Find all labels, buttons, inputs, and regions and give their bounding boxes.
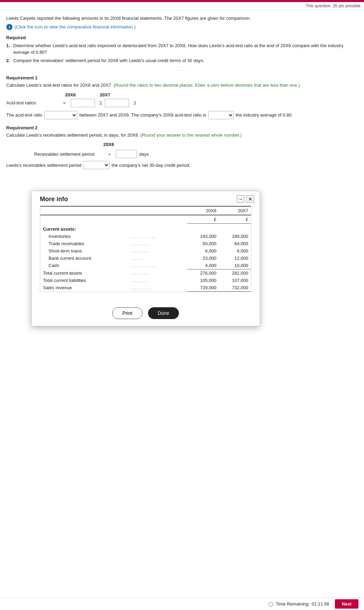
more-info-modal: More info − ✕ 20X8 20X7 £ (31, 191, 260, 326)
acid-test-direction-dropdown[interactable]: improved deteriorated (44, 111, 77, 119)
timer-area: ◯ Time Remaining: 01:11:56 (268, 601, 329, 607)
col-20x8-header: 20X8 (58, 92, 83, 97)
acid-test-x8-input[interactable] (71, 99, 95, 107)
bank-current-account-x8: 23,000 (187, 255, 219, 262)
question-header: This question: 20 pts possible (0, 2, 364, 10)
cash-dots: ......................... (128, 262, 187, 269)
table-x8-currency: £ (187, 215, 219, 224)
question-pts-label: This question: 20 pts possible (306, 3, 361, 8)
days-label: days (139, 152, 149, 157)
modal-controls: − ✕ (237, 195, 254, 203)
inventories-x7: 189,000 (219, 233, 251, 240)
settlement-period-input[interactable] (116, 150, 137, 158)
req2-row-label: Receivables settlement period (34, 152, 103, 157)
trade-receivables-dots: .................. (128, 240, 187, 247)
next-button[interactable]: Next (335, 599, 358, 609)
modal-body: 20X8 20X7 £ £ Current assets: (32, 206, 260, 302)
short-term-loans-x7: 6,000 (219, 247, 251, 255)
trade-receivables-label: Trade receivables (40, 240, 128, 247)
total-current-assets-x7: 281,000 (219, 269, 251, 277)
bank-current-account-x7: 12,000 (219, 255, 251, 262)
table-header-row: 20X8 20X7 (40, 206, 251, 215)
intro-text: Leeds Carpets reported the following amo… (6, 15, 358, 22)
info-link[interactable]: i (Click the icon to view the comparativ… (6, 24, 358, 30)
ratio-header: 20X8 20X7 (58, 92, 358, 97)
acid-test-ratio-row: Acid-test ratios = :1 :1 (6, 99, 358, 107)
req-number-1: 1. (6, 42, 12, 56)
table-row-bank-current-account: Bank current account ............. 23,00… (40, 255, 251, 262)
table-label-col-header (40, 206, 128, 215)
timer-label: Time Remaining: (276, 601, 310, 607)
acid-test-comparison-dropdown[interactable]: above below equal to (208, 111, 234, 119)
short-term-loans-label: Short-term loans (40, 247, 128, 255)
req2-col-20x8: 20X8 (103, 142, 114, 147)
info-link-text: (Click the icon to view the comparative … (15, 24, 136, 29)
acid-sentence-part1: The acid-test ratio (6, 111, 42, 120)
acid-sentence-part3: the industry average of 0.80. (236, 111, 293, 120)
table-x7-currency: £ (219, 215, 251, 224)
short-term-loans-dots: .................. (128, 247, 187, 255)
modal-minimize-button[interactable]: − (237, 195, 244, 203)
trade-receivables-x8: 50,000 (187, 240, 219, 247)
inventories-label: Inventories (40, 233, 128, 240)
receivables-settlement-row: Receivables settlement period = days (34, 150, 358, 158)
main-content: Leeds Carpets reported the following amo… (0, 10, 364, 174)
cash-x7: 10,000 (219, 262, 251, 269)
total-current-liabilities-dots: ................. (128, 277, 187, 284)
req2-instruction: Calculate Leeds's receivables settlement… (6, 132, 358, 139)
sales-revenue-dots: ..................... (128, 284, 187, 292)
colon-2: :1 (132, 100, 136, 105)
table-row-total-current-liabilities: Total current liabilities ..............… (40, 277, 251, 284)
table-section-current-assets: Current assets: (40, 224, 251, 233)
total-current-liabilities-x7: 107,000 (219, 277, 251, 284)
eq-sign-1: = (63, 100, 66, 105)
colon-1: :1 (98, 100, 102, 105)
bank-current-account-dots: ............. (128, 255, 187, 262)
sales-revenue-x8: 729,000 (187, 284, 219, 292)
acid-test-x7-input[interactable] (105, 99, 129, 107)
current-assets-header: Current assets: (40, 224, 251, 233)
total-current-assets-x8: 276,000 (187, 269, 219, 277)
required-item-2: 2. Compare the receivables' settlement p… (6, 57, 358, 64)
trade-receivables-x7: 64,000 (219, 240, 251, 247)
req1-instruction-text: Calculate Leeds's acid-test ratios for 2… (6, 83, 112, 88)
table-currency-blank (40, 215, 128, 224)
req-text-2: Compare the receivables' settlement peri… (13, 57, 204, 64)
table-x8-col-header: 20X8 (187, 206, 219, 215)
acid-test-sentence: The acid-test ratio improved deteriorate… (6, 111, 358, 120)
total-current-assets-label: Total current assets (40, 269, 128, 277)
modal-close-button[interactable]: ✕ (246, 195, 254, 203)
cash-x8: 4,000 (187, 262, 219, 269)
bottom-bar: ◯ Time Remaining: 01:11:56 Next (0, 598, 364, 610)
modal-title: More info (40, 196, 68, 203)
table-row-inventories: Inventories ........................ 193… (40, 233, 251, 240)
settlement-sentence-part1: Leeds's receivables settlement period (6, 163, 81, 168)
req2-section: Requirement 2 Calculate Leeds's receivab… (6, 125, 358, 170)
modal-titlebar: More info − ✕ (32, 191, 260, 206)
req-text-1: Determine whether Leeds's acid-test rati… (13, 42, 358, 56)
clock-icon: ◯ (268, 601, 274, 607)
timer-value: 01:11:56 (312, 601, 329, 607)
table-currency-blank2 (128, 215, 187, 224)
req1-title: Requirement 1 (6, 75, 358, 80)
eq-sign-2: = (108, 152, 111, 157)
financial-table: 20X8 20X7 £ £ Current assets: (40, 206, 251, 292)
req2-instruction-text: Calculate Leeds's receivables settlement… (6, 132, 139, 138)
table-row-trade-receivables: Trade receivables .................. 50,… (40, 240, 251, 247)
total-current-liabilities-x8: 105,000 (187, 277, 219, 284)
settlement-comparison-dropdown[interactable]: exceeds is within equals (84, 161, 110, 169)
table-x7-col-header: 20X7 (219, 206, 251, 215)
table-row-sales-revenue: Sales revenue ..................... 729,… (40, 284, 251, 292)
print-button[interactable]: Print (112, 307, 142, 319)
short-term-loans-x8: 6,000 (187, 247, 219, 255)
settlement-sentence: Leeds's receivables settlement period ex… (6, 161, 358, 169)
done-button[interactable]: Done (148, 307, 179, 319)
req2-title: Requirement 2 (6, 125, 358, 130)
req2-instruction-note: (Round your answer to the nearest whole … (140, 132, 242, 138)
required-item-1: 1. Determine whether Leeds's acid-test r… (6, 42, 358, 56)
sales-revenue-label: Sales revenue (40, 284, 128, 292)
req1-instruction-note: (Round the ratios to two decimal places.… (114, 83, 300, 88)
table-dots-col-header (128, 206, 187, 215)
acid-sentence-part2: between 20X7 and 20X8. The company's 20X… (79, 111, 206, 120)
bank-current-account-label: Bank current account (40, 255, 128, 262)
